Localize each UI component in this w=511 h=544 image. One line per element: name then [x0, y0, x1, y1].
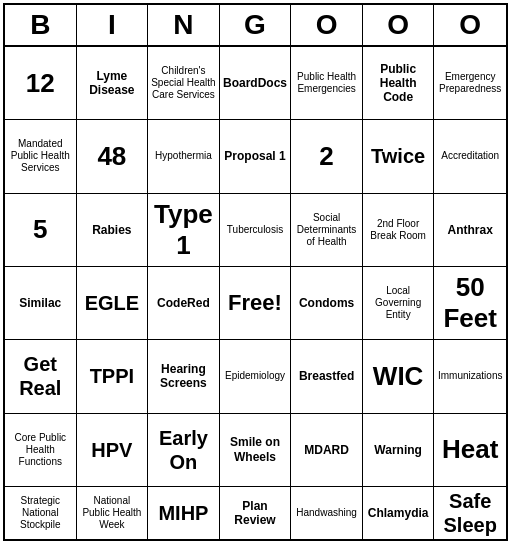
grid-cell: 2 — [291, 120, 363, 193]
grid-cell: Public Health Code — [363, 47, 435, 120]
grid-cell: TPPI — [77, 340, 149, 413]
grid-cell: Social Determinants of Health — [291, 194, 363, 267]
grid-cell: Safe Sleep — [434, 487, 506, 539]
grid-cell: Plan Review — [220, 487, 292, 539]
grid-cell: CodeRed — [148, 267, 220, 340]
header-letter: O — [434, 5, 506, 45]
grid-cell: Accreditation — [434, 120, 506, 193]
grid-cell: 50 Feet — [434, 267, 506, 340]
header-letter: B — [5, 5, 77, 45]
header-letter: O — [363, 5, 435, 45]
grid-cell: Early On — [148, 414, 220, 487]
grid-cell: Strategic National Stockpile — [5, 487, 77, 539]
grid-cell: MDARD — [291, 414, 363, 487]
grid-cell: Type 1 — [148, 194, 220, 267]
header-letter: O — [291, 5, 363, 45]
grid-cell: 12 — [5, 47, 77, 120]
grid-cell: WIC — [363, 340, 435, 413]
header-letter: G — [220, 5, 292, 45]
grid-cell: Emergency Preparedness — [434, 47, 506, 120]
grid-cell: Rabies — [77, 194, 149, 267]
grid-cell: Chlamydia — [363, 487, 435, 539]
grid-cell: Core Public Health Functions — [5, 414, 77, 487]
grid-cell: Heat — [434, 414, 506, 487]
grid-cell: Epidemiology — [220, 340, 292, 413]
grid-cell: Twice — [363, 120, 435, 193]
grid-cell: 48 — [77, 120, 149, 193]
bingo-header: BINGOOO — [5, 5, 506, 47]
grid-cell: Proposal 1 — [220, 120, 292, 193]
grid-cell: Smile on Wheels — [220, 414, 292, 487]
grid-cell: Hypothermia — [148, 120, 220, 193]
bingo-grid: 12Lyme DiseaseChildren's Special Health … — [5, 47, 506, 539]
grid-cell: Warning — [363, 414, 435, 487]
header-letter: N — [148, 5, 220, 45]
grid-cell: Handwashing — [291, 487, 363, 539]
grid-cell: BoardDocs — [220, 47, 292, 120]
grid-cell: HPV — [77, 414, 149, 487]
grid-cell: Breastfed — [291, 340, 363, 413]
grid-cell: Free! — [220, 267, 292, 340]
grid-cell: Get Real — [5, 340, 77, 413]
grid-cell: 5 — [5, 194, 77, 267]
grid-cell: Hearing Screens — [148, 340, 220, 413]
grid-cell: Tuberculosis — [220, 194, 292, 267]
grid-cell: Lyme Disease — [77, 47, 149, 120]
grid-cell: Children's Special Health Care Services — [148, 47, 220, 120]
header-letter: I — [77, 5, 149, 45]
grid-cell: Public Health Emergencies — [291, 47, 363, 120]
grid-cell: 2nd Floor Break Room — [363, 194, 435, 267]
grid-cell: Anthrax — [434, 194, 506, 267]
grid-cell: Local Governing Entity — [363, 267, 435, 340]
grid-cell: Mandated Public Health Services — [5, 120, 77, 193]
bingo-card: BINGOOO 12Lyme DiseaseChildren's Special… — [3, 3, 508, 541]
grid-cell: EGLE — [77, 267, 149, 340]
grid-cell: Condoms — [291, 267, 363, 340]
grid-cell: National Public Health Week — [77, 487, 149, 539]
grid-cell: MIHP — [148, 487, 220, 539]
grid-cell: Similac — [5, 267, 77, 340]
grid-cell: Immunizations — [434, 340, 506, 413]
